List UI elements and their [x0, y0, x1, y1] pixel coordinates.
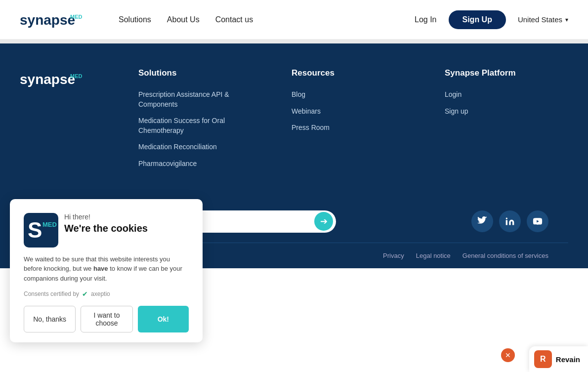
footer-link-signup[interactable]: Sign up: [445, 107, 468, 115]
footer-solutions-heading: Solutions: [138, 68, 262, 78]
footer-solutions-col: Solutions Prescription Assistance API & …: [138, 68, 262, 176]
footer-platform-heading: Synapse Platform: [445, 68, 568, 78]
svg-text:synapse: synapse: [20, 72, 75, 87]
footer-link-webinars[interactable]: Webinars: [292, 107, 321, 115]
header-logo: synapse MED: [20, 9, 99, 31]
chevron-down-icon: ▾: [565, 16, 568, 23]
svg-text:MED: MED: [42, 221, 57, 228]
cookie-banner-header: S MED Hi there! We're the cookies: [24, 213, 189, 248]
cookie-banner: S MED Hi there! We're the cookies We wai…: [10, 199, 203, 268]
youtube-icon[interactable]: [527, 210, 548, 232]
linkedin-icon[interactable]: [499, 210, 521, 232]
twitter-icon[interactable]: [471, 210, 493, 232]
header-divider: [0, 40, 588, 43]
footer-link-pharmacovigilance[interactable]: Pharmacovigilance: [138, 160, 197, 167]
svg-text:MED: MED: [70, 14, 83, 20]
svg-text:synapse: synapse: [20, 12, 75, 28]
header-right: Log In Sign Up United States ▾: [415, 10, 568, 29]
main-nav: Solutions About Us Contact us: [119, 15, 253, 24]
svg-text:S: S: [28, 218, 42, 242]
header-left: synapse MED Solutions About Us Contact u…: [20, 9, 253, 31]
cookie-title: We're the cookies: [64, 223, 148, 234]
footer-link-medication-success[interactable]: Medication Success for Oral Chemotherapy: [138, 117, 225, 134]
nav-solutions[interactable]: Solutions: [119, 15, 151, 24]
footer-conditions-link[interactable]: General conditions of services: [462, 252, 548, 259]
country-selector[interactable]: United States ▾: [518, 15, 568, 24]
footer-legal-link[interactable]: Legal notice: [416, 252, 451, 259]
footer-privacy-link[interactable]: Privacy: [383, 252, 404, 259]
footer-link-press-room[interactable]: Press Room: [292, 124, 330, 131]
cookie-body: We waited to be sure that this website i…: [24, 254, 189, 268]
footer-resources-heading: Resources: [292, 68, 415, 78]
footer-platform-col: Synapse Platform Login Sign up: [445, 68, 568, 176]
footer-logo-col: synapse MED: [20, 68, 109, 176]
sign-up-button[interactable]: Sign Up: [449, 10, 506, 29]
footer-link-blog[interactable]: Blog: [292, 90, 305, 98]
log-in-button[interactable]: Log In: [415, 15, 436, 24]
nav-contact-us[interactable]: Contact us: [215, 15, 253, 24]
footer-top: synapse MED Solutions Prescription Assis…: [20, 68, 568, 201]
country-label: United States: [518, 15, 562, 24]
social-icons: [471, 210, 548, 232]
cookie-greeting: Hi there!: [64, 213, 148, 221]
footer-resources-col: Resources Blog Webinars Press Room: [292, 68, 415, 176]
header: synapse MED Solutions About Us Contact u…: [0, 0, 588, 40]
nav-about-us[interactable]: About Us: [167, 15, 200, 24]
svg-text:MED: MED: [70, 73, 83, 79]
cookie-brand-icon: S MED: [24, 213, 58, 248]
footer-bottom-links: Privacy Legal notice General conditions …: [383, 252, 548, 259]
cookie-title-wrap: Hi there! We're the cookies: [64, 213, 148, 234]
footer-link-reconciliation[interactable]: Medication Reconciliation: [138, 143, 217, 151]
footer-link-login[interactable]: Login: [445, 90, 462, 98]
footer-link-prescription[interactable]: Prescription Assistance API & Components: [138, 90, 229, 108]
email-submit-button[interactable]: ➔: [314, 212, 333, 231]
